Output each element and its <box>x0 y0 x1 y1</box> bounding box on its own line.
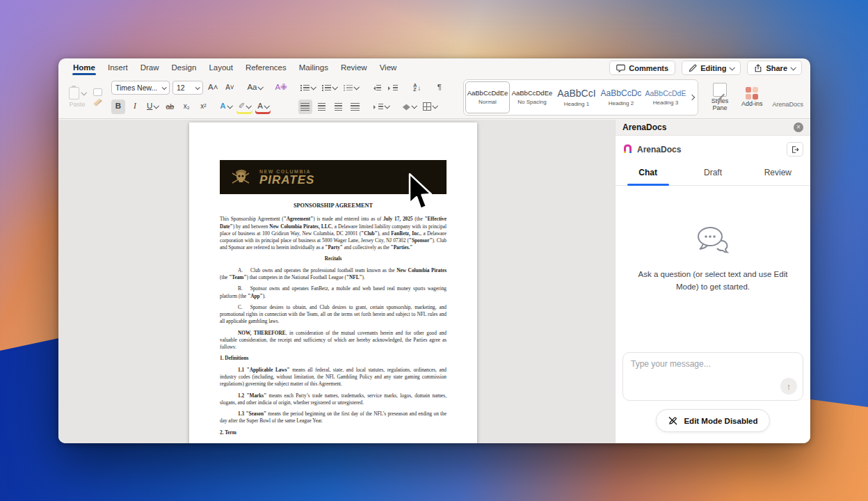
styles-gallery-expand[interactable] <box>688 81 696 113</box>
paragraph[interactable]: This Sponsorship Agreement ("Agreement")… <box>220 216 447 250</box>
paragraph[interactable]: 1.3 "Season" means the period beginning … <box>220 411 447 424</box>
panel-tab-draft[interactable]: Draft <box>680 161 745 185</box>
message-input[interactable] <box>623 353 803 400</box>
tab-design[interactable]: Design <box>166 59 203 77</box>
font-size-select[interactable]: 12 <box>172 81 203 95</box>
justify-button[interactable] <box>348 100 362 114</box>
panel-brand-name: ArenaDocs <box>637 145 681 154</box>
show-paragraph-marks-button[interactable]: ¶ <box>433 81 447 95</box>
multilevel-list-button[interactable] <box>341 81 360 95</box>
highlight-button[interactable]: ✐ <box>236 100 253 114</box>
style-heading-3[interactable]: AaBbCcDdEHeading 3 <box>643 81 688 113</box>
sign-out-button[interactable] <box>787 142 803 157</box>
close-icon[interactable]: × <box>794 122 803 132</box>
comment-icon <box>616 64 625 72</box>
sort-icon: AZ <box>413 84 417 93</box>
style-heading-1[interactable]: AaBbCcIHeading 1 <box>554 81 599 113</box>
underline-button[interactable]: U <box>145 100 160 114</box>
increase-indent-button[interactable] <box>387 81 401 95</box>
align-center-button[interactable] <box>315 100 329 114</box>
paragraph[interactable]: C. Sponsor desires to obtain, and Club d… <box>220 304 447 325</box>
editing-button[interactable]: Editing <box>682 61 741 75</box>
ribbon: Paste Times New... 12 A˄ A˅ Aa A✙ <box>58 77 810 119</box>
format-painter-icon[interactable] <box>93 99 102 106</box>
comments-button[interactable]: Comments <box>609 61 675 75</box>
document-page[interactable]: NEW COLUMBIA PIRATES SPONSORSHIP AGREEME… <box>189 122 477 443</box>
send-button[interactable]: ↑ <box>780 378 797 395</box>
paragraph[interactable]: Recitals <box>220 255 447 262</box>
style-normal[interactable]: AaBbCcDdEeNormal <box>465 81 510 113</box>
font-color-button[interactable]: A <box>255 100 271 114</box>
paste-button[interactable]: Paste <box>65 87 89 108</box>
style-heading-2[interactable]: AaBbCcDcHeading 2 <box>599 81 643 113</box>
copy-icon[interactable] <box>93 88 102 96</box>
share-button[interactable]: Share <box>747 61 802 75</box>
bullet-list-button[interactable] <box>298 81 317 95</box>
tab-draw[interactable]: Draw <box>134 59 166 77</box>
tab-view[interactable]: View <box>373 59 403 77</box>
tab-home[interactable]: Home <box>67 59 102 77</box>
tab-insert[interactable]: Insert <box>102 59 134 77</box>
paragraph[interactable]: 1.1 "Applicable Laws" means all federal,… <box>220 367 447 388</box>
subscript-button[interactable]: x₂ <box>179 100 193 114</box>
panel-tab-review[interactable]: Review <box>746 161 810 185</box>
align-center-icon <box>318 103 326 111</box>
line-spacing-button[interactable] <box>372 100 391 114</box>
italic-button[interactable]: I <box>128 100 142 114</box>
align-left-button[interactable] <box>298 100 312 114</box>
superscript-icon: x² <box>200 103 206 110</box>
superscript-button[interactable]: x² <box>196 100 210 114</box>
style-no-spacing[interactable]: AaBbCcDdEeNo Spacing <box>510 81 554 113</box>
bold-button[interactable]: B <box>111 100 125 114</box>
paragraph[interactable]: B. Sponsor owns and operates FanBetz, a … <box>220 285 447 299</box>
message-input-box: ↑ <box>622 352 803 401</box>
comments-label: Comments <box>629 64 668 72</box>
chevron-down-icon <box>730 65 735 70</box>
edit-mode-toggle[interactable]: Edit Mode Disabled <box>656 409 769 432</box>
paragraph[interactable]: NOW, THEREFORE, in consideration of the … <box>220 330 447 351</box>
grow-font-button[interactable]: A˄ <box>206 81 220 95</box>
ribbon-right-cluster: AaBbCcDdEeNormalAaBbCcDdEeNo SpacingAaBb… <box>463 79 803 116</box>
font-name-select[interactable]: Times New... <box>111 81 170 95</box>
text-effects-button[interactable]: A <box>218 100 233 114</box>
clear-formatting-icon: A✙ <box>275 84 287 92</box>
panel-tab-chat[interactable]: Chat <box>616 161 680 185</box>
team-name-large: PIRATES <box>259 174 314 186</box>
chevron-down-icon <box>258 84 264 90</box>
paragraph[interactable]: 1. Definitions <box>220 355 447 362</box>
decrease-indent-button[interactable] <box>370 81 384 95</box>
shading-button[interactable] <box>401 100 418 114</box>
arenadocs-ribbon-button[interactable]: ArenaDocs <box>772 86 803 109</box>
tab-layout[interactable]: Layout <box>202 59 239 77</box>
styles-pane-icon <box>713 83 727 97</box>
paragraph-group: AZ ↓ ¶ <box>298 79 447 115</box>
clear-formatting-button[interactable]: A✙ <box>273 81 289 95</box>
tab-review[interactable]: Review <box>335 59 373 77</box>
addins-label: Add-ins <box>741 101 763 108</box>
borders-button[interactable] <box>421 100 439 114</box>
multilevel-list-icon <box>344 84 353 92</box>
font-size-value: 12 <box>177 84 192 92</box>
shrink-font-button[interactable]: A˅ <box>223 81 236 95</box>
align-right-button[interactable] <box>332 100 346 114</box>
paragraph[interactable]: 1.2 "Marks" means each Party’s trade nam… <box>220 392 447 406</box>
increase-indent-icon <box>389 84 398 92</box>
paragraph[interactable]: A. Club owns and operates the profession… <box>220 267 447 281</box>
arenadocs-ribbon-label: ArenaDocs <box>772 102 803 109</box>
tab-mailings[interactable]: Mailings <box>293 59 335 77</box>
numbered-list-button[interactable] <box>320 81 339 95</box>
align-right-icon <box>335 103 342 111</box>
bullet-list-icon <box>300 84 310 92</box>
addins-button[interactable]: Add-ins <box>741 87 763 108</box>
chevron-down-icon <box>310 84 316 90</box>
styles-pane-button[interactable]: Styles Pane <box>708 83 732 112</box>
shrink-font-icon: A˅ <box>225 84 234 91</box>
sort-button[interactable]: AZ ↓ <box>410 81 424 95</box>
tab-references[interactable]: References <box>239 59 293 77</box>
arenadocs-panel: ArenaDocs × ArenaDocs ChatDraftReview <box>615 120 810 443</box>
strikethrough-button[interactable]: ab <box>163 100 177 114</box>
pilcrow-icon: ¶ <box>437 84 442 92</box>
share-icon <box>754 64 762 72</box>
change-case-button[interactable]: Aa <box>245 81 264 95</box>
paragraph[interactable]: 2. Term <box>220 429 447 436</box>
